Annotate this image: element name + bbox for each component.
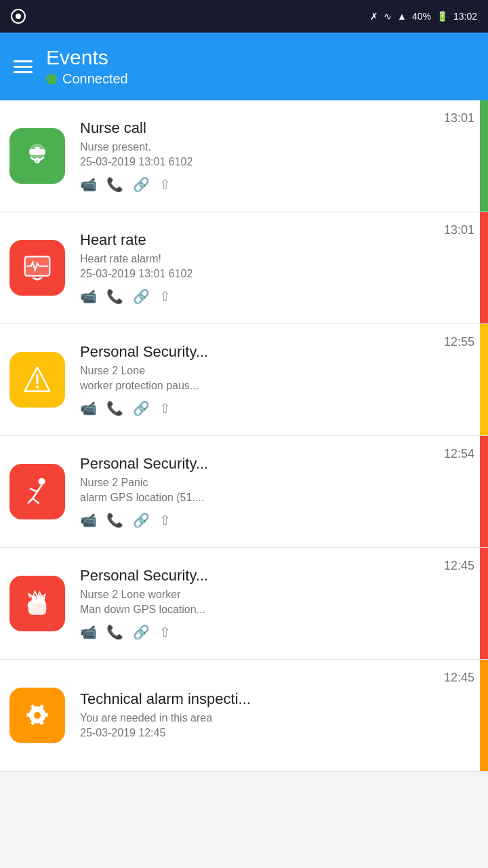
list-item: + Nurse call Nurse present. 25-03-2019 1…	[0, 100, 488, 212]
phone-button[interactable]: 📞	[106, 512, 123, 528]
personal-security-mandown-icon	[9, 576, 65, 631]
event-content: Personal Security... Nurse 2 Panic alarm…	[75, 436, 419, 547]
status-bar: ✗ ∿ ▲ 40% 🔋 13:02	[0, 0, 488, 33]
share-button[interactable]: ⇧	[159, 400, 171, 416]
list-item: Personal Security... Nurse 2 Lone worker…	[0, 324, 488, 436]
connected-dot	[46, 74, 57, 85]
svg-line-11	[37, 485, 42, 492]
link-button[interactable]: 🔗	[133, 512, 150, 528]
status-left	[11, 9, 26, 24]
svg-point-9	[36, 386, 39, 389]
event-desc-2: 25-03-2019 13:01 6102	[80, 267, 413, 281]
svg-rect-2	[35, 147, 40, 155]
status-right: ✗ ∿ ▲ 40% 🔋 13:02	[370, 11, 477, 22]
event-content: Personal Security... Nurse 2 Lone worker…	[75, 324, 419, 435]
svg-line-12	[30, 489, 37, 492]
menu-button[interactable]	[14, 60, 33, 73]
event-time: 12:54	[444, 447, 474, 461]
severity-bar	[480, 212, 488, 323]
app-logo	[11, 9, 26, 24]
event-time: 13:01	[444, 223, 474, 237]
event-desc-2: 25-03-2019 12:45	[80, 726, 413, 741]
event-icon-wrap: +	[0, 100, 75, 212]
list-item: Technical alarm inspecti... You are need…	[0, 660, 488, 772]
event-right: 13:01	[419, 100, 480, 212]
share-button[interactable]: ⇧	[159, 512, 171, 528]
severity-bar	[480, 660, 488, 771]
connection-status: Connected	[46, 71, 128, 87]
video-button[interactable]: 📹	[80, 288, 97, 304]
connected-label: Connected	[62, 71, 128, 87]
phone-button[interactable]: 📞	[106, 288, 123, 304]
fall-svg	[20, 475, 54, 509]
event-actions: 📹 📞 🔗 ⇧	[80, 176, 413, 193]
heart-rate-icon	[9, 240, 65, 296]
svg-point-21	[34, 712, 41, 719]
events-list: + Nurse call Nurse present. 25-03-2019 1…	[0, 100, 488, 772]
event-desc-1: Nurse 2 Lone	[80, 363, 413, 378]
header-text: Events Connected	[46, 46, 128, 87]
event-desc-2: Man down GPS location...	[80, 602, 413, 617]
list-item: Personal Security... Nurse 2 Panic alarm…	[0, 436, 488, 548]
phone-button[interactable]: 📞	[106, 176, 123, 193]
severity-bar	[480, 436, 488, 547]
share-button[interactable]: ⇧	[159, 624, 171, 640]
event-right: 12:45	[419, 660, 480, 771]
event-icon-wrap	[0, 212, 75, 323]
svg-line-13	[33, 492, 37, 498]
severity-bar	[480, 100, 488, 212]
event-content: Technical alarm inspecti... You are need…	[75, 660, 419, 771]
event-title: Heart rate	[80, 231, 413, 249]
event-icon-wrap	[0, 436, 75, 547]
battery-icon: 🔋	[436, 11, 448, 22]
event-desc-1: You are needed in this area	[80, 711, 413, 726]
share-button[interactable]: ⇧	[159, 176, 171, 193]
event-content: Heart rate Heart rate alarm! 25-03-2019 …	[75, 212, 419, 323]
event-actions: 📹 📞 🔗 ⇧	[80, 624, 413, 640]
bluetooth-icon: ✗	[370, 11, 378, 22]
svg-line-15	[33, 498, 38, 503]
signal-icon: ▲	[397, 11, 407, 22]
event-desc-2: alarm GPS location (51....	[80, 490, 413, 505]
battery-level: 40%	[412, 11, 431, 22]
event-content: Personal Security... Nurse 2 Lone worker…	[75, 548, 419, 659]
list-item: Personal Security... Nurse 2 Lone worker…	[0, 548, 488, 660]
svg-rect-20	[28, 602, 33, 608]
phone-button[interactable]: 📞	[106, 400, 123, 416]
event-icon-wrap	[0, 324, 75, 435]
event-title: Personal Security...	[80, 455, 413, 473]
share-button[interactable]: ⇧	[159, 288, 171, 304]
severity-bar	[480, 324, 488, 435]
event-time: 12:45	[444, 559, 474, 573]
technical-alarm-icon	[9, 688, 65, 743]
personal-security-warning-icon	[9, 352, 65, 408]
event-desc-1: Nurse 2 Lone worker	[80, 587, 413, 602]
video-button[interactable]: 📹	[80, 400, 97, 416]
link-button[interactable]: 🔗	[133, 288, 150, 304]
nurse-call-icon: +	[9, 128, 65, 184]
event-title: Technical alarm inspecti...	[80, 690, 413, 708]
clock: 13:02	[453, 11, 477, 22]
event-desc-2: 25-03-2019 13:01 6102	[80, 155, 413, 170]
page-title: Events	[46, 46, 128, 68]
event-right: 13:01	[419, 212, 480, 323]
event-content: Nurse call Nurse present. 25-03-2019 13:…	[75, 100, 419, 212]
link-button[interactable]: 🔗	[133, 400, 150, 416]
fist-svg	[20, 587, 54, 620]
event-icon-wrap	[0, 660, 75, 771]
video-button[interactable]: 📹	[80, 512, 97, 528]
event-actions: 📹 📞 🔗 ⇧	[80, 400, 413, 416]
list-item: Heart rate Heart rate alarm! 25-03-2019 …	[0, 212, 488, 324]
phone-button[interactable]: 📞	[106, 624, 123, 640]
nurse-call-svg: +	[20, 139, 54, 173]
event-actions: 📹 📞 🔗 ⇧	[80, 288, 413, 304]
event-title: Personal Security...	[80, 343, 413, 361]
link-button[interactable]: 🔗	[133, 624, 150, 640]
event-desc-2: worker protection paus...	[80, 378, 413, 393]
video-button[interactable]: 📹	[80, 624, 97, 640]
video-button[interactable]: 📹	[80, 176, 97, 193]
event-title: Personal Security...	[80, 567, 413, 585]
link-button[interactable]: 🔗	[133, 176, 150, 193]
wifi-icon: ∿	[384, 11, 392, 22]
header: Events Connected	[0, 33, 488, 100]
